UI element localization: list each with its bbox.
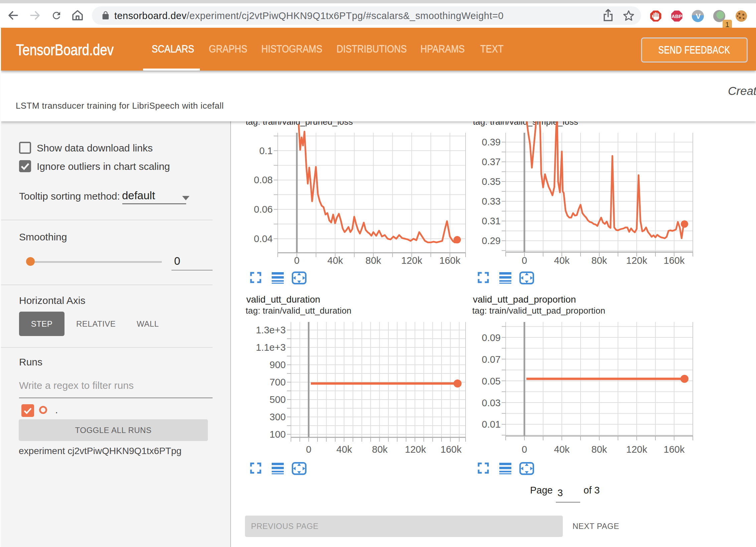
svg-text:0.04: 0.04 <box>254 233 273 244</box>
svg-text:0.1: 0.1 <box>259 145 273 156</box>
svg-text:80k: 80k <box>592 444 607 455</box>
svg-text:0: 0 <box>522 444 527 455</box>
svg-text:80k: 80k <box>372 444 388 455</box>
svg-text:0.29: 0.29 <box>482 235 501 246</box>
svg-text:300: 300 <box>270 412 286 422</box>
svg-text:0.05: 0.05 <box>482 376 501 387</box>
svg-text:0.08: 0.08 <box>254 175 273 185</box>
svg-text:160k: 160k <box>440 444 462 455</box>
svg-text:0.06: 0.06 <box>254 204 273 215</box>
svg-text:160k: 160k <box>664 444 685 455</box>
svg-text:80k: 80k <box>592 255 607 266</box>
svg-text:120k: 120k <box>401 255 422 266</box>
svg-text:0: 0 <box>294 255 299 266</box>
svg-text:0.37: 0.37 <box>482 156 501 167</box>
svg-text:0.33: 0.33 <box>482 196 501 207</box>
svg-text:160k: 160k <box>664 255 685 266</box>
svg-text:0: 0 <box>306 444 311 455</box>
svg-text:160k: 160k <box>439 255 461 266</box>
svg-text:0: 0 <box>522 255 527 266</box>
svg-text:120k: 120k <box>626 444 647 455</box>
svg-text:700: 700 <box>270 377 286 388</box>
svg-text:40k: 40k <box>554 255 570 266</box>
svg-text:500: 500 <box>270 394 286 405</box>
svg-text:1.1e+3: 1.1e+3 <box>256 342 286 353</box>
svg-text:120k: 120k <box>405 444 426 455</box>
svg-text:900: 900 <box>270 359 286 370</box>
svg-text:100: 100 <box>270 429 286 440</box>
svg-text:1.3e+3: 1.3e+3 <box>256 325 286 335</box>
svg-text:40k: 40k <box>554 444 570 455</box>
svg-text:0.31: 0.31 <box>482 216 501 226</box>
svg-text:40k: 40k <box>328 255 343 266</box>
svg-text:80k: 80k <box>366 255 381 266</box>
svg-text:0.09: 0.09 <box>482 332 501 343</box>
svg-text:40k: 40k <box>337 444 352 455</box>
svg-text:0.03: 0.03 <box>482 398 501 408</box>
svg-text:120k: 120k <box>626 255 647 266</box>
svg-text:0.07: 0.07 <box>482 354 501 365</box>
svg-text:0.01: 0.01 <box>482 419 501 430</box>
svg-text:0.39: 0.39 <box>482 137 501 147</box>
svg-text:0.35: 0.35 <box>482 176 501 187</box>
